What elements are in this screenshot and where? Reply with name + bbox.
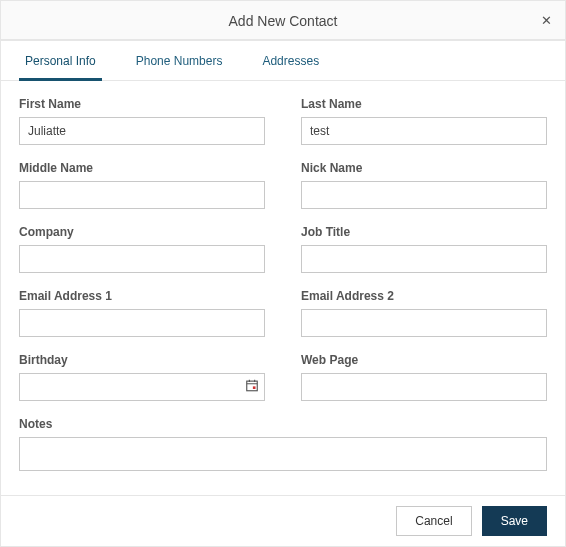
email1-label: Email Address 1 bbox=[19, 289, 265, 303]
last-name-input[interactable] bbox=[301, 117, 547, 145]
middle-name-input[interactable] bbox=[19, 181, 265, 209]
nick-name-label: Nick Name bbox=[301, 161, 547, 175]
save-button[interactable]: Save bbox=[482, 506, 547, 536]
tabs: Personal Info Phone Numbers Addresses bbox=[1, 41, 565, 81]
email2-input[interactable] bbox=[301, 309, 547, 337]
job-title-input[interactable] bbox=[301, 245, 547, 273]
web-page-input[interactable] bbox=[301, 373, 547, 401]
form-body: First Name Last Name Middle Name Nick Na… bbox=[1, 81, 565, 495]
middle-name-label: Middle Name bbox=[19, 161, 265, 175]
first-name-input[interactable] bbox=[19, 117, 265, 145]
notes-input[interactable] bbox=[19, 437, 547, 471]
cancel-button[interactable]: Cancel bbox=[396, 506, 471, 536]
email2-label: Email Address 2 bbox=[301, 289, 547, 303]
first-name-label: First Name bbox=[19, 97, 265, 111]
close-button[interactable]: ✕ bbox=[535, 11, 553, 29]
notes-label: Notes bbox=[19, 417, 547, 431]
tab-phone-numbers[interactable]: Phone Numbers bbox=[130, 53, 229, 81]
dialog-title: Add New Contact bbox=[229, 13, 338, 29]
close-icon: ✕ bbox=[541, 13, 552, 28]
nick-name-input[interactable] bbox=[301, 181, 547, 209]
birthday-label: Birthday bbox=[19, 353, 265, 367]
add-contact-dialog: Add New Contact ✕ Personal Info Phone Nu… bbox=[0, 0, 566, 547]
birthday-input[interactable] bbox=[19, 373, 265, 401]
tab-addresses[interactable]: Addresses bbox=[256, 53, 325, 81]
email1-input[interactable] bbox=[19, 309, 265, 337]
web-page-label: Web Page bbox=[301, 353, 547, 367]
tab-personal-info[interactable]: Personal Info bbox=[19, 53, 102, 81]
svg-rect-0 bbox=[247, 381, 258, 391]
svg-rect-4 bbox=[253, 386, 256, 389]
birthday-datepicker-button[interactable] bbox=[245, 379, 259, 396]
company-input[interactable] bbox=[19, 245, 265, 273]
job-title-label: Job Title bbox=[301, 225, 547, 239]
dialog-header: Add New Contact ✕ bbox=[1, 1, 565, 41]
last-name-label: Last Name bbox=[301, 97, 547, 111]
company-label: Company bbox=[19, 225, 265, 239]
dialog-footer: Cancel Save bbox=[1, 495, 565, 546]
calendar-icon bbox=[245, 379, 259, 396]
